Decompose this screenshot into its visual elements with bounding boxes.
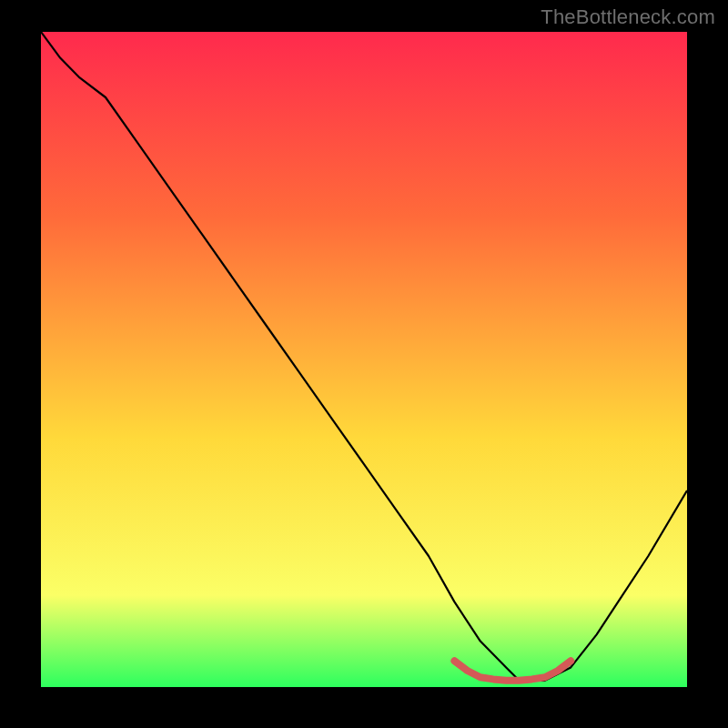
chart-frame: TheBottleneck.com: [0, 0, 728, 728]
bottleneck-chart: [41, 32, 687, 687]
watermark-text: TheBottleneck.com: [541, 5, 715, 29]
gradient-background: [41, 32, 687, 687]
plot-area: [41, 32, 687, 687]
